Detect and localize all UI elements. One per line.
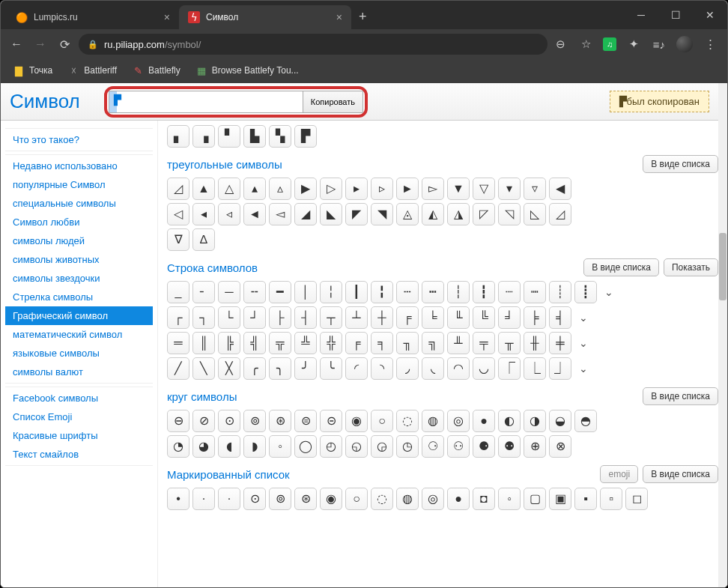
symbol-cell[interactable]: ◀	[549, 178, 571, 200]
symbol-cell[interactable]: ◘	[473, 488, 495, 510]
symbol-cell[interactable]: ╥	[498, 332, 521, 354]
symbol-cell[interactable]: ║	[192, 332, 215, 354]
symbol-cell[interactable]: ┄	[396, 281, 419, 303]
symbol-cell[interactable]: ┐	[192, 306, 215, 329]
bookmark-tochka[interactable]: ▇ Точка	[7, 61, 58, 79]
symbol-cell[interactable]: ◅	[269, 203, 291, 225]
sidebar-item[interactable]: Текст смайлов	[5, 445, 153, 464]
symbol-cell[interactable]: ╮	[269, 357, 291, 380]
symbol-cell[interactable]: ⊕	[524, 435, 546, 458]
symbol-cell[interactable]: ◤	[345, 203, 368, 225]
symbol-cell[interactable]: ▖	[167, 125, 189, 148]
symbol-cell[interactable]: ◣	[320, 203, 342, 225]
symbol-cell[interactable]: ◬	[396, 203, 419, 225]
symbol-cell[interactable]: ◎	[447, 410, 470, 432]
symbol-cell[interactable]: ╌	[243, 281, 266, 303]
symbol-cell[interactable]: ◁	[167, 203, 189, 225]
symbol-cell[interactable]: ⊙	[243, 488, 266, 510]
symbol-cell[interactable]: ▴	[243, 178, 266, 200]
symbol-cell[interactable]: ◺	[524, 203, 546, 225]
symbol-cell[interactable]: ┬	[320, 306, 342, 329]
symbol-cell[interactable]: ▽	[473, 178, 495, 200]
symbol-cell[interactable]: •	[167, 488, 189, 510]
chevron-down-icon[interactable]: ⌄	[600, 286, 618, 298]
symbol-cell[interactable]: ┈	[498, 281, 521, 303]
bookmark-battlefy[interactable]: ▦ Browse Battlefy Tou...	[189, 61, 305, 79]
tab-lumpics[interactable]: 🟠 Lumpics.ru ×	[7, 5, 179, 29]
sidebar-item[interactable]: популярные Символ	[5, 175, 153, 194]
symbol-cell[interactable]: ▚	[269, 125, 291, 148]
symbol-cell[interactable]: ⚈	[473, 435, 495, 458]
sidebar-item[interactable]: символы валют	[5, 363, 153, 381]
symbol-cell[interactable]: ◜	[345, 357, 368, 380]
symbol-cell[interactable]: ◠	[447, 357, 470, 380]
symbol-cell[interactable]: ╠	[218, 332, 240, 354]
symbol-cell[interactable]: ▵	[269, 178, 291, 200]
close-icon[interactable]: ×	[336, 11, 342, 23]
copy-button[interactable]: Копировать	[303, 91, 363, 113]
symbol-cell[interactable]: ┅	[422, 281, 444, 303]
symbol-cell[interactable]: ━	[269, 281, 291, 303]
symbol-cell[interactable]: ⊛	[294, 488, 317, 510]
sidebar-item[interactable]: Недавно использовано	[5, 157, 153, 175]
symbol-cell[interactable]: ╡	[549, 306, 571, 329]
star-icon[interactable]: ☆	[577, 36, 594, 52]
symbol-cell[interactable]: ┃	[345, 281, 368, 303]
symbol-cell[interactable]: ⊛	[269, 410, 291, 432]
symbol-cell[interactable]: ⎿	[524, 357, 546, 380]
symbol-cell[interactable]: ╲	[192, 357, 215, 380]
symbol-cell[interactable]: ▗	[192, 125, 215, 148]
symbol-cell[interactable]: ┼	[371, 306, 393, 329]
symbol-cell[interactable]: ╒	[396, 306, 419, 329]
symbol-cell[interactable]: ◌	[371, 488, 393, 510]
tab-symbol[interactable]: ϟ Символ ×	[179, 5, 351, 29]
symbol-cell[interactable]: ╎	[320, 281, 342, 303]
symbol-cell[interactable]: ▾	[498, 178, 521, 200]
symbol-cell[interactable]: ⚇	[447, 435, 470, 458]
symbol-cell[interactable]: ╕	[371, 332, 393, 354]
symbol-cell[interactable]: ◶	[371, 435, 393, 458]
symbol-cell[interactable]: ╴	[192, 281, 215, 303]
symbol-cell[interactable]: ╣	[243, 332, 266, 354]
symbol-cell[interactable]: ▛	[294, 125, 317, 148]
symbol-cell[interactable]: ◮	[447, 203, 470, 225]
symbol-cell[interactable]: ⊚	[269, 488, 291, 510]
symbol-cell[interactable]: ┴	[345, 306, 368, 329]
sidebar-item[interactable]: символы звездочки	[5, 269, 153, 288]
minimize-button[interactable]: ─	[624, 1, 658, 29]
symbol-cell[interactable]: ◖	[218, 435, 240, 458]
symbol-cell[interactable]: ●	[447, 488, 470, 510]
symbol-cell[interactable]: ▘	[218, 125, 240, 148]
symbol-cell[interactable]: ┘	[243, 306, 266, 329]
symbol-cell[interactable]: ⚉	[498, 435, 521, 458]
symbol-cell[interactable]: ┤	[294, 306, 317, 329]
symbol-cell[interactable]: _	[167, 281, 189, 303]
symbol-cell[interactable]: ◑	[524, 410, 546, 432]
music-extension-icon[interactable]: ♫	[603, 37, 616, 51]
symbol-cell[interactable]: ⊙	[218, 410, 240, 432]
maximize-button[interactable]: ☐	[658, 1, 693, 29]
symbol-cell[interactable]: ╫	[524, 332, 546, 354]
symbol-cell[interactable]: ╙	[447, 306, 470, 329]
section-button[interactable]: emoji	[600, 465, 638, 483]
symbol-cell[interactable]: ╗	[422, 332, 444, 354]
symbol-cell[interactable]: ⎾	[498, 357, 521, 380]
symbol-cell[interactable]: ┋	[574, 281, 597, 303]
symbol-cell[interactable]: ⊘	[192, 410, 215, 432]
symbol-cell[interactable]: ◄	[243, 203, 266, 225]
sidebar-item[interactable]: Что это такое?	[5, 130, 153, 149]
symbol-cell[interactable]: │	[294, 281, 317, 303]
window-close-button[interactable]: ✕	[693, 1, 727, 29]
sidebar-item[interactable]: математический символ	[5, 325, 153, 344]
symbol-cell[interactable]: △	[218, 178, 240, 200]
symbol-cell[interactable]: ▫	[600, 488, 622, 510]
symbol-cell[interactable]: ◦	[498, 488, 521, 510]
symbol-cell[interactable]: ◡	[473, 357, 495, 380]
symbol-cell[interactable]: ◌	[396, 410, 419, 432]
symbol-cell[interactable]: ⊝	[320, 410, 342, 432]
symbol-cell[interactable]: ╒	[345, 332, 368, 354]
symbol-cell[interactable]: ◕	[192, 435, 215, 458]
section-button[interactable]: В виде списка	[643, 465, 718, 483]
chevron-down-icon[interactable]: ⌄	[574, 312, 592, 324]
symbol-cell[interactable]: ◉	[320, 488, 342, 510]
